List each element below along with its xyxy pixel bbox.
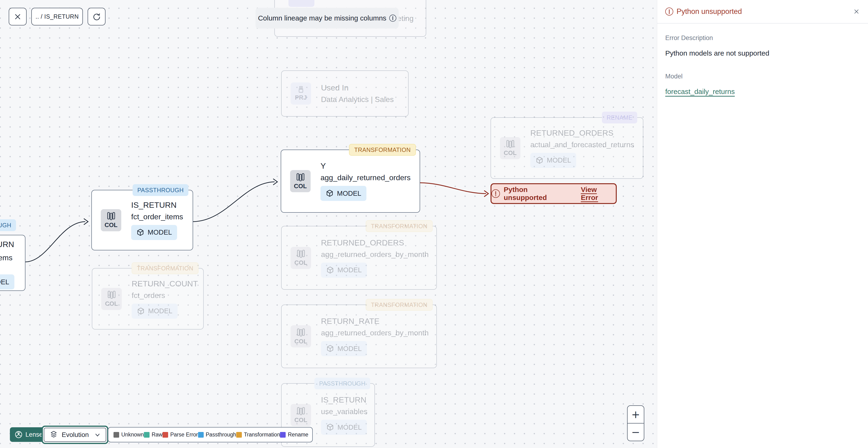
- model-chip-partial: DEL: [0, 274, 14, 290]
- legend-item-rename: Rename: [280, 431, 308, 438]
- node-subtitle: fct_orders: [132, 291, 198, 300]
- cube-icon: [326, 423, 334, 431]
- column-chip-label: COL: [294, 416, 307, 424]
- passthrough-badge: PASSTHROUGH: [314, 378, 370, 389]
- legend-swatch: [162, 432, 168, 438]
- legend-item-raw: Raw: [144, 431, 162, 438]
- zoom-in-button[interactable]: +: [627, 406, 644, 423]
- column-chip-label: COL: [504, 149, 517, 157]
- column-chip: COL: [290, 170, 311, 192]
- error-detail-panel: Python unsupported Error Description Pyt…: [657, 0, 868, 448]
- node-left-partial[interactable]: OUGH URN ems DEL: [0, 235, 25, 291]
- transformation-badge: TRANSFORMATION: [132, 262, 198, 274]
- legend-label: Parse Error: [170, 431, 198, 438]
- node-title: RETURN_COUNT: [132, 279, 198, 288]
- legend-label: Transformation: [244, 431, 280, 438]
- node-return-rate[interactable]: TRANSFORMATION COL RETURN_RATE agg_retur…: [281, 304, 437, 368]
- model-chip-label: MODEL: [547, 156, 571, 164]
- lens-selector-value: Evolution: [62, 431, 89, 439]
- model-chip: MODEL: [530, 153, 576, 168]
- columns-icon: [296, 173, 305, 182]
- node-return-count[interactable]: TRANSFORMATION COL RETURN_COUNT fct_orde…: [92, 268, 204, 330]
- info-icon: [389, 14, 396, 22]
- model-label: Model: [665, 73, 860, 80]
- error-description-text: Python models are not supported: [665, 49, 860, 57]
- legend-swatch: [236, 432, 242, 438]
- breadcrumb[interactable]: .. / IS_RETURN: [31, 8, 83, 25]
- close-icon: [14, 13, 22, 21]
- column-chip: COL: [290, 325, 311, 348]
- node-title: RETURNED_ORDERS: [321, 238, 429, 247]
- transformation-badge: TRANSFORMATION: [366, 299, 433, 311]
- column-chip: COL: [101, 209, 121, 231]
- node-subtitle: Data Analytics | Sales: [321, 95, 394, 104]
- node-title: Used In: [321, 83, 394, 92]
- project-chip: PRJ: [290, 83, 311, 104]
- cube-icon: [326, 189, 334, 198]
- model-link[interactable]: forecast_daily_returns: [665, 88, 735, 96]
- column-chip-label: COL: [294, 183, 307, 190]
- transformation-badge: TRANSFORMATION: [349, 144, 416, 156]
- columns-icon: [506, 140, 515, 148]
- node-title: RETURNED_ORDERS: [530, 128, 634, 138]
- columns-icon: [297, 249, 305, 258]
- node-used-in-sales[interactable]: PRJ Used In Data Analytics | Sales: [281, 70, 409, 117]
- node-title: IS_RETURN: [321, 395, 367, 405]
- column-chip-label: COL: [105, 300, 118, 307]
- model-chip: MODEL: [321, 341, 367, 356]
- model-chip-label: MODEL: [337, 423, 362, 431]
- alert-circle-icon: [665, 7, 673, 16]
- legend-label: Passthrough: [206, 431, 236, 438]
- node-title-fragment: URN: [0, 240, 14, 249]
- column-chip: COL: [290, 404, 311, 426]
- node-title: IS_RETURN: [131, 201, 183, 210]
- node-fct-order-items[interactable]: PASSTHROUGH COL IS_RETURN fct_order_item…: [91, 190, 193, 250]
- model-chip: MODEL: [321, 263, 367, 278]
- chevron-down-icon: [94, 432, 100, 438]
- layers-icon: [50, 430, 58, 439]
- model-chip: MODEL: [132, 304, 178, 319]
- legend-swatch: [114, 432, 119, 438]
- error-description-label: Error Description: [665, 34, 860, 42]
- lineage-canvas[interactable]: .. / IS_RETURN Column lineage may be mis…: [0, 0, 657, 448]
- alert-circle-icon: [492, 189, 500, 198]
- error-node-label: Python unsupported: [504, 186, 572, 202]
- columns-icon: [107, 290, 116, 299]
- legend-label: Unknown: [121, 431, 144, 438]
- node-subtitle-fragment: eting: [397, 14, 413, 23]
- view-error-link[interactable]: View Error: [581, 186, 616, 202]
- column-chip: COL: [290, 247, 311, 269]
- node-agg-daily-returned-orders[interactable]: TRANSFORMATION COL Y agg_daily_returned_…: [281, 150, 420, 213]
- columns-icon: [107, 211, 115, 220]
- column-chip-label: COL: [294, 338, 307, 345]
- node-agg-returned-orders-by-month[interactable]: TRANSFORMATION COL RETURNED_ORDERS agg_r…: [281, 226, 437, 290]
- model-chip: MODEL: [321, 420, 367, 435]
- model-chip-label: MODEL: [337, 266, 362, 274]
- error-node-python-unsupported[interactable]: Python unsupported View Error: [491, 183, 617, 204]
- cube-icon: [137, 307, 145, 315]
- rename-badge: RENAME: [602, 112, 637, 123]
- node-title: RETURN_RATE: [321, 317, 429, 326]
- close-lineage-button[interactable]: [9, 8, 27, 25]
- lineage-warning-banner: Column lineage may be missing columns: [255, 8, 399, 29]
- legend-item-parse-error: Parse Error: [162, 431, 198, 438]
- cube-icon: [326, 345, 334, 353]
- close-panel-icon[interactable]: [853, 8, 860, 15]
- rename-badge-partial: [288, 0, 314, 7]
- node-subtitle: agg_returned_orders_by_month: [321, 329, 429, 337]
- model-chip-label: MODEL: [148, 229, 172, 236]
- column-chip: COL: [500, 137, 520, 159]
- refresh-button[interactable]: [88, 8, 105, 25]
- column-chip: COL: [101, 288, 122, 310]
- transformation-badge: TRANSFORMATION: [366, 220, 433, 232]
- lens-selector[interactable]: Evolution: [42, 426, 108, 444]
- node-subtitle: fct_order_items: [131, 212, 183, 221]
- project-icon: [297, 86, 305, 93]
- breadcrumb-label: .. / IS_RETURN: [36, 13, 79, 20]
- model-chip: MODEL: [320, 186, 366, 201]
- cube-icon: [136, 229, 144, 237]
- node-subtitle: actual_and_forecasted_returns: [530, 140, 634, 149]
- node-actual-and-forecasted-returns[interactable]: RENAME COL RETURNED_ORDERS actual_and_fo…: [491, 117, 643, 179]
- zoom-out-button[interactable]: −: [627, 423, 644, 441]
- zoom-controls: + −: [627, 406, 644, 441]
